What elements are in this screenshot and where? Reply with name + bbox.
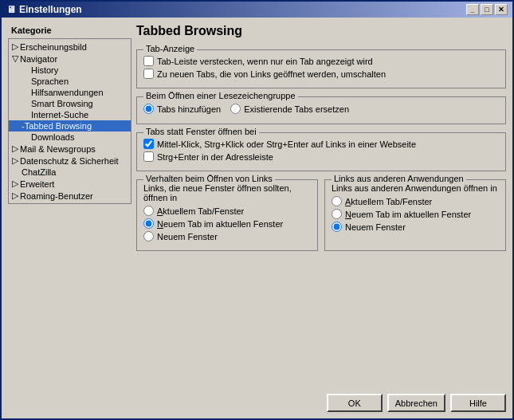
two-column-section: Verhalten beim Öffnen von Links Links, d… [136,176,506,251]
group-tab-anzeige-label: Tab-Anzeige [143,44,197,53]
sidebar-item-label: Erweitert [20,179,54,189]
sidebar-item-mail-newsgroups[interactable]: ▷ Mail & Newsgroups [9,143,131,155]
sidebar-item-label: Downloads [31,132,74,142]
radio-verhalten-1-row: Aktuellem Tab/Fenster [143,206,311,216]
abbrechen-button[interactable]: Abbrechen [387,394,445,412]
hilfe-button[interactable]: Hilfe [450,394,506,412]
radio-tabs-hinzufuegen[interactable] [143,104,154,114]
radio-existierende-tabs[interactable] [230,104,241,114]
window: 🖥 Einstellungen _ □ ✕ Kategorie ▷ Ersche… [0,0,514,420]
checkbox-neue-tabs[interactable] [143,69,154,79]
sidebar-item-hilfsanwendungen[interactable]: Hilfsanwendungen [9,87,131,98]
minimize-button[interactable]: _ [466,4,479,15]
checkbox-row-4: Strg+Enter in der Adressleiste [143,151,499,162]
radio-verhalten-neuem-fenster[interactable] [143,231,154,241]
links-andere-description: Links aus anderen Anwendungen öffnen in [332,183,499,193]
checkbox-mittel-klick[interactable] [143,139,154,149]
sidebar-item-history[interactable]: History [9,65,131,76]
radio-verhalten-neuem-tab[interactable] [143,218,154,229]
radio-verhalten-aktuell[interactable] [143,206,154,216]
main-content: Kategorie ▷ Erscheinungsbild ▽ Navigator… [8,24,506,386]
sidebar-item-chatzilla[interactable]: ChatZilla [9,167,131,178]
window-title: Einstellungen [19,4,82,15]
sidebar-item-label: Hilfsanwendungen [31,88,104,97]
sidebar-item-downloads[interactable]: Downloads [9,131,131,143]
checkbox-row-1: Tab-Leiste verstecken, wenn nur ein Tab … [143,56,499,66]
group-lesezeichen: Beim Öffnen einer Lesezeichengruppe Tabs… [136,96,506,124]
close-button[interactable]: ✕ [495,4,508,15]
radio-andere-aktuell[interactable] [332,196,342,206]
radio-andere-aktuell-label: Aktuellem Tab/Fenster [345,197,432,206]
group-links-andere-label: Links aus anderen Anwendungen [332,174,466,183]
titlebar-title: 🖥 Einstellungen [6,4,82,15]
radio-group-lesezeichen: Tabs hinzufügen Existierende Tabs ersetz… [143,104,499,114]
checkbox-strg-enter-label: Strg+Enter in der Adressleiste [157,152,273,162]
sidebar-item-label: Datenschutz & Sicherheit [20,156,119,166]
sidebar-item-label: Sprachen [31,77,69,86]
sidebar-item-label: ChatZilla [22,167,56,177]
sidebar-item-label: Roaming-Benutzer [20,191,93,201]
sidebar-item-erscheinungsbild[interactable]: ▷ Erscheinungsbild [9,41,131,53]
window-icon: 🖥 [6,4,16,15]
arrow-icon: ▷ [12,41,18,52]
sidebar-item-sprachen[interactable]: Sprachen [9,76,131,87]
sidebar-label: Kategorie [8,24,131,37]
arrow-icon: ▷ [12,155,18,166]
sidebar-item-tabbed-browsing[interactable]: -Tabbed Browsing [9,120,131,131]
group-tabs-statt-fenster: Tabs statt Fenster öffnen bei Mittel-Kli… [136,132,506,171]
sidebar-item-smart-browsing[interactable]: Smart Browsing [9,98,131,109]
group-tabs-statt-fenster-label: Tabs statt Fenster öffnen bei [143,127,259,136]
titlebar: 🖥 Einstellungen _ □ ✕ [2,2,512,18]
radio-verhalten-neuem-tab-label: Neuem Tab im aktuellen Fenster [157,219,283,229]
sidebar-item-label: Internet-Suche [31,110,88,120]
checkbox-tab-leiste-label: Tab-Leiste verstecken, wenn nur ein Tab … [157,57,373,66]
radio-andere-neuem-tab-label: Neuem Tab im aktuellen Fenster [345,210,471,219]
radio-andere-2-row: Neuem Tab im aktuellen Fenster [332,209,499,219]
sidebar-item-label: Smart Browsing [31,99,93,108]
arrow-icon: ▷ [12,179,18,189]
checkbox-row-3: Mittel-Klick, Strg+Klick oder Strg+Enter… [143,139,499,149]
sidebar-item-label: -Tabbed Browsing [22,121,92,131]
radio-tabs-hinzufuegen-label: Tabs hinzufügen [157,104,221,114]
group-lesezeichen-label: Beim Öffnen einer Lesezeichengruppe [143,91,298,100]
sidebar: ▷ Erscheinungsbild ▽ Navigator History S… [8,38,131,204]
sidebar-item-datenschutz[interactable]: ▷ Datenschutz & Sicherheit [9,155,131,167]
sidebar-item-internet-suche[interactable]: Internet-Suche [9,109,131,120]
group-links-andere: Links aus anderen Anwendungen Links aus … [324,179,506,251]
sidebar-item-label: Mail & Newsgroups [20,144,96,154]
window-body: Kategorie ▷ Erscheinungsbild ▽ Navigator… [2,18,512,418]
sidebar-item-label: Navigator [20,54,57,64]
radio-verhalten-aktuell-label: Aktuellem Tab/Fenster [157,206,244,216]
radio-andere-neuem-fenster[interactable] [332,222,342,232]
radio-verhalten-3-row: Neuem Fenster [143,231,311,241]
checkbox-neue-tabs-label: Zu neuen Tabs, die von Links geöffnet we… [157,69,386,79]
panel-title: Tabbed Browsing [136,24,506,38]
radio-existierende-tabs-label: Existierende Tabs ersetzen [244,104,349,114]
group-verhalten-label: Verhalten beim Öffnen von Links [143,174,275,183]
radio-tabs-hinzufuegen-row: Tabs hinzufügen [143,104,221,114]
sidebar-item-navigator[interactable]: ▽ Navigator [9,53,131,65]
checkbox-row-2: Zu neuen Tabs, die von Links geöffnet we… [143,69,499,79]
arrow-icon: ▷ [12,143,18,154]
radio-verhalten-neuem-fenster-label: Neuem Fenster [157,232,218,241]
checkbox-tab-leiste[interactable] [143,56,154,66]
titlebar-controls: _ □ ✕ [466,4,508,15]
radio-andere-neuem-tab[interactable] [332,209,342,219]
radio-andere-3-row: Neuem Fenster [332,222,499,232]
sidebar-item-erweitert[interactable]: ▷ Erweitert [9,178,131,190]
radio-existierende-row: Existierende Tabs ersetzen [230,104,349,114]
checkbox-mittel-klick-label: Mittel-Klick, Strg+Klick oder Strg+Enter… [157,139,416,149]
arrow-icon: ▽ [12,53,18,64]
arrow-icon: ▷ [12,190,18,201]
sidebar-item-roaming[interactable]: ▷ Roaming-Benutzer [9,190,131,202]
radio-andere-1-row: Aktuellem Tab/Fenster [332,196,499,206]
right-panel: Tabbed Browsing Tab-Anzeige Tab-Leiste v… [136,24,506,386]
maximize-button[interactable]: □ [481,4,493,15]
checkbox-strg-enter[interactable] [143,151,154,162]
bottom-bar: OK Abbrechen Hilfe [8,391,506,412]
group-tab-anzeige: Tab-Anzeige Tab-Leiste verstecken, wenn … [136,49,506,88]
sidebar-item-label: Erscheinungsbild [20,42,87,52]
radio-andere-neuem-fenster-label: Neuem Fenster [345,222,406,232]
group-verhalten: Verhalten beim Öffnen von Links Links, d… [136,179,318,251]
ok-button[interactable]: OK [327,394,383,412]
